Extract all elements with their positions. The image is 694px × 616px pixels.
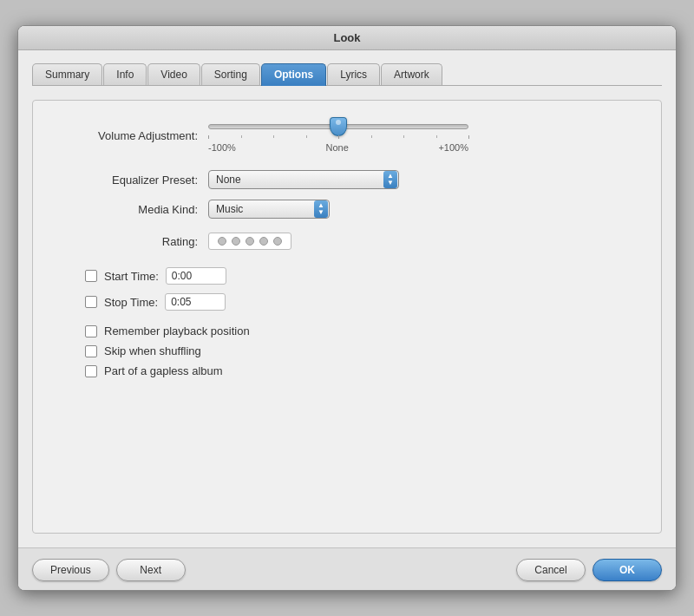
equalizer-select-wrapper[interactable]: None Acoustic Bass Booster Classical Roc… bbox=[208, 170, 399, 189]
media-kind-row: Media Kind: Music Movie TV Show Podcast … bbox=[59, 200, 635, 219]
titlebar: Look bbox=[18, 26, 676, 50]
gapless-label: Part of a gapless album bbox=[104, 364, 223, 377]
gapless-row: Part of a gapless album bbox=[59, 364, 635, 377]
start-time-row: Start Time: bbox=[59, 267, 635, 285]
volume-slider[interactable] bbox=[208, 118, 468, 135]
volume-slider-container: -100% None +100% bbox=[208, 118, 468, 153]
rating-dot-5[interactable] bbox=[273, 237, 282, 246]
tab-lyrics[interactable]: Lyrics bbox=[327, 63, 380, 85]
window-title: Look bbox=[333, 31, 360, 44]
rating-dot-1[interactable] bbox=[218, 237, 226, 246]
left-buttons: Previous Next bbox=[32, 559, 186, 581]
ok-button[interactable]: OK bbox=[593, 559, 662, 581]
rating-row: Rating: bbox=[59, 233, 635, 250]
remember-checkbox[interactable] bbox=[85, 325, 97, 337]
volume-label: Volume Adjustment: bbox=[59, 129, 198, 142]
skip-row: Skip when shuffling bbox=[59, 344, 635, 357]
equalizer-label: Equalizer Preset: bbox=[59, 174, 198, 187]
media-kind-select-wrapper[interactable]: Music Movie TV Show Podcast Audiobook ▲ … bbox=[208, 200, 330, 219]
bottom-bar: Previous Next Cancel OK bbox=[18, 547, 676, 590]
stop-time-checkbox[interactable] bbox=[85, 296, 97, 308]
gapless-checkbox[interactable] bbox=[85, 365, 97, 377]
slider-background bbox=[208, 124, 468, 129]
slider-min-label: -100% bbox=[208, 142, 236, 153]
main-window: Look Summary Info Video Sorting Options … bbox=[17, 25, 677, 591]
right-buttons: Cancel OK bbox=[516, 559, 662, 581]
tab-sorting[interactable]: Sorting bbox=[201, 63, 260, 85]
tab-summary[interactable]: Summary bbox=[32, 63, 102, 85]
equalizer-preset-select[interactable]: None Acoustic Bass Booster Classical Roc… bbox=[208, 170, 399, 189]
options-panel: Volume Adjustment: bbox=[32, 100, 662, 534]
slider-thumb[interactable] bbox=[330, 117, 347, 136]
skip-label: Skip when shuffling bbox=[104, 344, 201, 357]
tab-options[interactable]: Options bbox=[261, 63, 326, 86]
skip-checkbox[interactable] bbox=[85, 345, 97, 357]
rating-dot-3[interactable] bbox=[246, 237, 254, 246]
stop-time-input[interactable] bbox=[165, 293, 226, 311]
volume-row: Volume Adjustment: bbox=[59, 118, 635, 153]
rating-label: Rating: bbox=[59, 235, 198, 248]
window-content: Summary Info Video Sorting Options Lyric… bbox=[18, 50, 676, 547]
slider-max-label: +100% bbox=[438, 142, 468, 153]
start-time-input[interactable] bbox=[166, 267, 226, 285]
start-time-checkbox[interactable] bbox=[85, 270, 97, 282]
tab-info[interactable]: Info bbox=[103, 63, 147, 85]
next-button[interactable]: Next bbox=[116, 559, 186, 581]
stop-time-label: Stop Time: bbox=[104, 296, 158, 309]
tab-bar: Summary Info Video Sorting Options Lyric… bbox=[32, 62, 662, 86]
rating-dot-2[interactable] bbox=[232, 237, 240, 246]
rating-control[interactable] bbox=[208, 233, 291, 250]
tab-artwork[interactable]: Artwork bbox=[381, 63, 442, 85]
cancel-button[interactable]: Cancel bbox=[516, 559, 586, 581]
slider-labels: -100% None +100% bbox=[208, 142, 468, 153]
equalizer-row: Equalizer Preset: None Acoustic Bass Boo… bbox=[59, 170, 635, 189]
stop-time-row: Stop Time: bbox=[59, 293, 635, 311]
media-kind-label: Media Kind: bbox=[59, 203, 198, 216]
remember-label: Remember playback position bbox=[104, 324, 250, 337]
slider-none-label: None bbox=[325, 142, 348, 153]
previous-button[interactable]: Previous bbox=[32, 559, 109, 581]
tab-video[interactable]: Video bbox=[147, 63, 200, 85]
media-kind-select[interactable]: Music Movie TV Show Podcast Audiobook bbox=[208, 200, 330, 219]
start-time-label: Start Time: bbox=[104, 270, 159, 283]
remember-row: Remember playback position bbox=[59, 324, 635, 337]
rating-dot-4[interactable] bbox=[259, 237, 268, 246]
